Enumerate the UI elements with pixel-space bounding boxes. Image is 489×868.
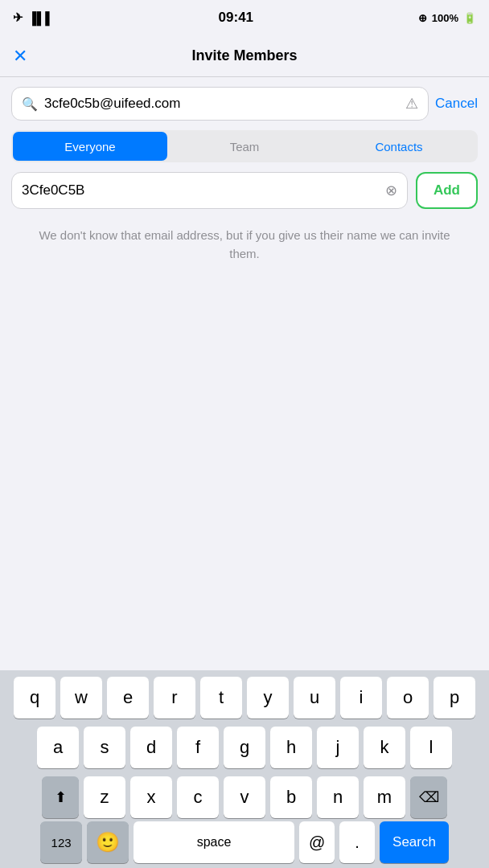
at-key[interactable]: @ <box>299 821 335 863</box>
location-icon: ⊕ <box>418 12 427 24</box>
key-n[interactable]: n <box>317 776 359 818</box>
add-button[interactable]: Add <box>416 172 478 209</box>
dot-key[interactable]: . <box>339 821 375 863</box>
name-input-row: ⊗ Add <box>11 172 478 209</box>
search-icon: 🔍 <box>22 96 38 112</box>
keyboard-row-3: ⬆ z x c v b n m ⌫ <box>3 776 486 818</box>
key-h[interactable]: h <box>270 727 312 768</box>
close-button[interactable]: ✕ <box>13 46 27 67</box>
signal-icon: ▐▌▌ <box>28 11 54 25</box>
key-v[interactable]: v <box>224 776 265 818</box>
key-d[interactable]: d <box>130 727 172 768</box>
status-right: ⊕ 100% 🔋 <box>418 12 476 24</box>
info-text: We don't know that email address, but if… <box>0 220 489 269</box>
keyboard-row-2: a s d f g h j k l <box>3 727 486 768</box>
status-time: 09:41 <box>219 10 253 26</box>
status-left: ✈ ▐▌▌ <box>13 10 54 25</box>
key-b[interactable]: b <box>270 776 312 818</box>
key-t[interactable]: t <box>200 677 242 719</box>
key-c[interactable]: c <box>177 776 219 818</box>
key-g[interactable]: g <box>224 727 265 768</box>
emoji-key[interactable]: 🙂 <box>87 821 129 863</box>
key-l[interactable]: l <box>410 727 452 768</box>
key-y[interactable]: y <box>247 677 289 719</box>
key-a[interactable]: a <box>37 727 79 768</box>
key-u[interactable]: u <box>294 677 335 719</box>
clear-search-button[interactable]: ⚠︎ <box>405 95 418 113</box>
search-input[interactable] <box>44 96 399 112</box>
space-key[interactable]: space <box>134 821 294 863</box>
key-z[interactable]: z <box>84 776 125 818</box>
keyboard: q w e r t y u i o p a s d f g h j k l ⬆ … <box>0 670 489 868</box>
search-key[interactable]: Search <box>380 821 449 863</box>
battery-icon: 🔋 <box>463 12 476 24</box>
key-r[interactable]: r <box>154 677 195 719</box>
keyboard-row-1: q w e r t y u i o p <box>3 677 486 719</box>
clear-name-button[interactable]: ⊗ <box>385 182 397 199</box>
key-s[interactable]: s <box>84 727 125 768</box>
keyboard-rows: q w e r t y u i o p a s d f g h j k l ⬆ … <box>0 670 489 821</box>
segment-contacts[interactable]: Contacts <box>322 132 476 161</box>
key-j[interactable]: j <box>317 727 359 768</box>
key-k[interactable]: k <box>364 727 405 768</box>
key-w[interactable]: w <box>60 677 102 719</box>
key-e[interactable]: e <box>107 677 149 719</box>
key-i[interactable]: i <box>340 677 382 719</box>
key-q[interactable]: q <box>14 677 55 719</box>
keyboard-bottom-row: 123 🙂 space @ . Search <box>0 821 489 868</box>
key-m[interactable]: m <box>364 776 405 818</box>
header: ✕ Invite Members <box>0 35 489 77</box>
key-p[interactable]: p <box>434 677 475 719</box>
numbers-key[interactable]: 123 <box>40 821 82 863</box>
search-bar-container: 🔍 ⚠︎ Cancel <box>0 77 489 130</box>
search-input-wrapper: 🔍 ⚠︎ <box>11 87 429 121</box>
segment-everyone[interactable]: Everyone <box>13 132 167 161</box>
status-bar: ✈ ▐▌▌ 09:41 ⊕ 100% 🔋 <box>0 0 489 35</box>
page-title: Invite Members <box>191 47 297 64</box>
name-input-wrapper: ⊗ <box>11 172 408 209</box>
backspace-key[interactable]: ⌫ <box>410 776 447 818</box>
battery-label: 100% <box>432 12 458 24</box>
emoji-icon: 🙂 <box>96 831 120 854</box>
key-x[interactable]: x <box>130 776 172 818</box>
segment-control: Everyone Team Contacts <box>11 130 478 162</box>
cancel-button[interactable]: Cancel <box>435 96 478 112</box>
shift-key[interactable]: ⬆ <box>42 776 79 818</box>
key-f[interactable]: f <box>177 727 219 768</box>
airplane-icon: ✈ <box>13 10 23 25</box>
key-o[interactable]: o <box>387 677 429 719</box>
segment-team[interactable]: Team <box>167 132 322 161</box>
name-input[interactable] <box>22 182 379 199</box>
